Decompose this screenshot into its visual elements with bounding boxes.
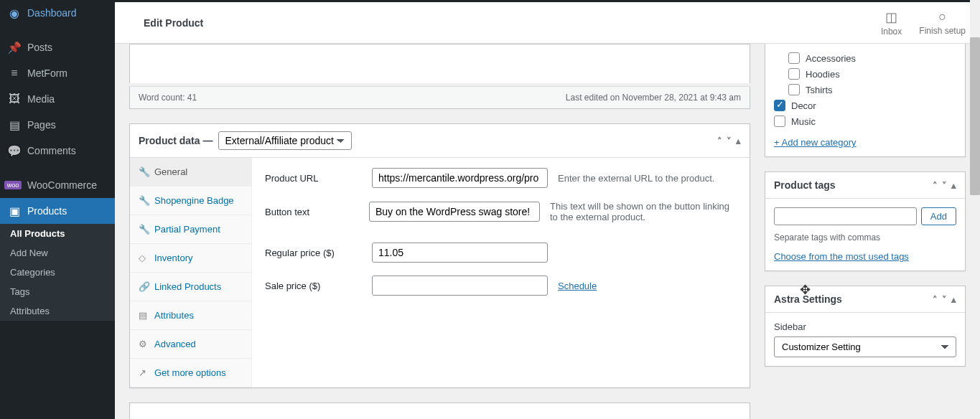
move-up-icon[interactable]: ˄ [933, 294, 938, 305]
editor-area[interactable] [129, 44, 750, 83]
move-down-icon[interactable]: ˅ [942, 180, 947, 191]
menu-woocommerce[interactable]: wooWooCommerce [0, 172, 115, 198]
move-up-icon[interactable]: ˄ [933, 180, 938, 191]
inbox-button[interactable]: ◫Inbox [881, 9, 902, 37]
menu-posts[interactable]: 📌Posts [0, 34, 115, 60]
add-tag-button[interactable]: Add [921, 207, 956, 225]
schedule-link[interactable]: Schedule [558, 281, 597, 291]
product-categories-box: Accessories Hoodies Tshirts Decor Music … [765, 44, 966, 157]
submenu-tags[interactable]: Tags [0, 282, 115, 301]
submenu-attributes[interactable]: Attributes [0, 301, 115, 321]
submenu-add-new[interactable]: Add New [0, 243, 115, 263]
gear-icon: ⚙ [139, 339, 149, 349]
category-checkbox-hoodies[interactable] [788, 68, 800, 80]
menu-comments[interactable]: 💬Comments [0, 138, 115, 164]
move-up-icon[interactable]: ˄ [717, 136, 722, 146]
plus-icon: ↗ [139, 367, 149, 378]
wrench-icon: 🔧 [139, 166, 149, 177]
topbar: Edit Product ◫Inbox ○Finish setup [115, 2, 980, 44]
product-url-desc: Enter the external URL to the product. [558, 173, 714, 184]
astra-sidebar-select[interactable]: Customizer Setting [774, 336, 956, 357]
menu-pages[interactable]: ▤Pages [0, 112, 115, 138]
list-icon: ▤ [139, 310, 149, 321]
tab-attributes[interactable]: ▤Attributes [130, 301, 251, 330]
toggle-panel-icon[interactable]: ▴ [951, 180, 956, 191]
category-item[interactable]: Music [774, 116, 956, 127]
category-item[interactable]: Tshirts [788, 84, 956, 95]
category-item[interactable]: Hoodies [788, 68, 956, 80]
category-checkbox-decor[interactable] [774, 100, 785, 111]
sale-price-label: Sale price ($) [265, 281, 362, 291]
submenu-categories[interactable]: Categories [0, 263, 115, 282]
finish-setup-button[interactable]: ○Finish setup [919, 9, 966, 36]
tab-shopengine-badge[interactable]: 🔧Shopengine Badge [130, 187, 251, 215]
regular-price-label: Regular price ($) [265, 248, 362, 258]
pin-icon: 📌 [7, 40, 22, 55]
tab-inventory[interactable]: ◇Inventory [130, 244, 251, 273]
product-tags-box: Product tags ˄ ˅ ▴ Add Separate tags wit… [765, 171, 966, 271]
category-checkbox-tshirts[interactable] [788, 84, 800, 95]
category-item[interactable]: Accessories [788, 52, 956, 64]
tags-input[interactable] [774, 207, 917, 225]
product-data-box: Product data — External/Affiliate produc… [129, 123, 750, 388]
inbox-icon: ◫ [885, 9, 897, 25]
page-scrollbar[interactable] [970, 0, 980, 419]
toggle-panel-icon[interactable]: ▴ [736, 136, 741, 146]
form-icon: ≡ [7, 66, 22, 80]
products-icon: ▣ [7, 204, 22, 218]
media-icon: 🖾 [7, 92, 22, 106]
link-icon: 🔗 [139, 281, 149, 292]
button-text-input[interactable] [369, 202, 540, 222]
tags-hint: Separate tags with commas [774, 232, 956, 243]
menu-media[interactable]: 🖾Media [0, 86, 115, 112]
last-edited: Last edited on November 28, 2021 at 9:43… [566, 93, 741, 103]
page-title: Edit Product [129, 17, 203, 29]
regular-price-input[interactable] [372, 243, 548, 263]
clipboard-icon: ◇ [139, 253, 149, 263]
product-url-label: Product URL [265, 173, 362, 184]
menu-dashboard[interactable]: ◉Dashboard [0, 0, 115, 26]
astra-title: Astra Settings [774, 293, 842, 305]
product-type-select[interactable]: External/Affiliate product [218, 131, 352, 150]
move-down-icon[interactable]: ˅ [727, 136, 732, 146]
sale-price-input[interactable] [372, 276, 548, 296]
pages-icon: ▤ [7, 118, 22, 132]
category-item[interactable]: Decor [774, 100, 956, 111]
choose-used-tags-link[interactable]: Choose from the most used tags [774, 251, 909, 262]
tab-panel-general: Product URL Enter the external URL to th… [252, 158, 750, 387]
product-tags-title: Product tags [774, 179, 836, 191]
comments-icon: 💬 [7, 143, 22, 158]
move-down-icon[interactable]: ˅ [942, 294, 947, 305]
category-checkbox-music[interactable] [774, 116, 785, 127]
woo-icon: woo [7, 178, 22, 192]
scrollbar-thumb[interactable] [970, 37, 980, 195]
product-data-tabs: 🔧General 🔧Shopengine Badge 🔧Partial Paym… [130, 158, 252, 387]
next-postbox [129, 402, 750, 419]
product-data-title: Product data — [139, 135, 213, 146]
tab-linked-products[interactable]: 🔗Linked Products [130, 273, 251, 301]
admin-sidebar: ◉Dashboard 📌Posts ≡MetForm 🖾Media ▤Pages… [0, 0, 115, 419]
finish-setup-icon: ○ [938, 9, 946, 24]
submenu-all-products[interactable]: All Products [0, 224, 115, 243]
add-new-category-link[interactable]: + Add new category [774, 137, 857, 148]
menu-metform[interactable]: ≡MetForm [0, 60, 115, 86]
button-text-desc: This text will be shown on the button li… [550, 201, 737, 222]
tab-get-more-options[interactable]: ↗Get more options [130, 359, 251, 387]
products-submenu: All Products Add New Categories Tags Att… [0, 224, 115, 321]
product-url-input[interactable] [372, 168, 548, 188]
tab-general[interactable]: 🔧General [130, 158, 251, 187]
menu-products[interactable]: ▣Products [0, 198, 115, 224]
word-count: Word count: 41 [139, 93, 197, 103]
category-checkbox-accessories[interactable] [788, 52, 800, 64]
editor-status-bar: Word count: 41 Last edited on November 2… [129, 86, 750, 109]
wrench-icon: 🔧 [139, 224, 149, 235]
button-text-label: Button text [265, 207, 359, 217]
tab-advanced[interactable]: ⚙Advanced [130, 330, 251, 359]
tab-partial-payment[interactable]: 🔧Partial Payment [130, 215, 251, 244]
toggle-panel-icon[interactable]: ▴ [951, 294, 956, 305]
dashboard-icon: ◉ [7, 6, 22, 20]
astra-sidebar-label: Sidebar [774, 321, 956, 332]
wrench-icon: 🔧 [139, 195, 149, 206]
astra-settings-box: Astra Settings ˄ ˅ ▴ Sidebar Customizer … [765, 286, 966, 367]
